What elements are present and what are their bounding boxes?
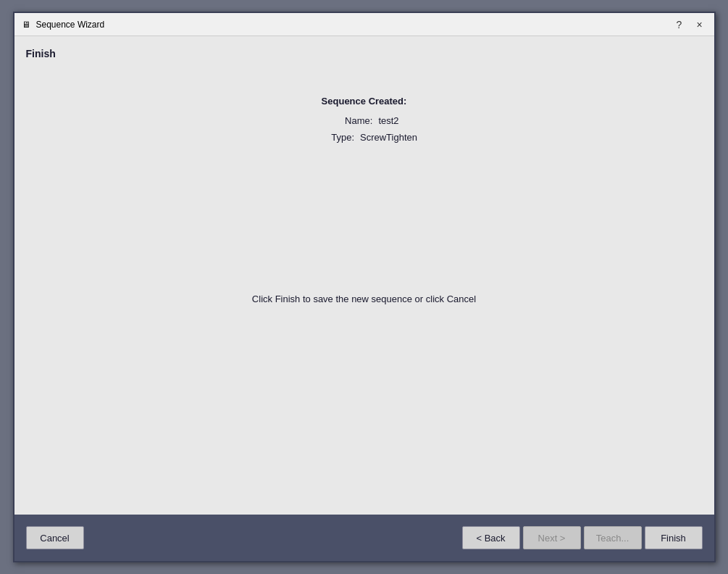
footer: Cancel < Back Next > Teach... Finish [14, 515, 714, 561]
cancel-button[interactable]: Cancel [26, 526, 84, 549]
content-area: Finish Sequence Created: Name: test2 Typ… [14, 36, 714, 515]
type-label: Type: [311, 132, 354, 143]
next-button[interactable]: Next > [523, 526, 581, 549]
type-value: ScrewTighten [360, 132, 417, 143]
info-area: Sequence Created: Name: test2 Type: Scre… [26, 74, 703, 304]
wizard-window: 🖥 Sequence Wizard ? × Finish Sequence Cr… [13, 12, 716, 562]
title-bar-left: 🖥 Sequence Wizard [20, 19, 105, 30]
name-value: test2 [378, 115, 398, 126]
close-button[interactable]: × [691, 16, 708, 33]
window-title: Sequence Wizard [36, 20, 105, 30]
section-title: Finish [26, 48, 703, 59]
teach-button[interactable]: Teach... [584, 526, 642, 549]
finish-button[interactable]: Finish [645, 526, 703, 549]
instruction-text: Click Finish to save the new sequence or… [252, 294, 476, 304]
back-button[interactable]: < Back [462, 526, 520, 549]
footer-btn-group: < Back Next > Teach... Finish [462, 526, 703, 549]
window-icon: 🖥 [20, 19, 32, 30]
title-bar-controls: ? × [671, 16, 708, 33]
sequence-created-heading: Sequence Created: [322, 96, 407, 107]
title-bar: 🖥 Sequence Wizard ? × [14, 13, 714, 36]
name-label: Name: [329, 115, 372, 126]
name-row: Name: test2 [329, 115, 398, 126]
type-row: Type: ScrewTighten [311, 132, 417, 143]
help-button[interactable]: ? [671, 16, 688, 33]
